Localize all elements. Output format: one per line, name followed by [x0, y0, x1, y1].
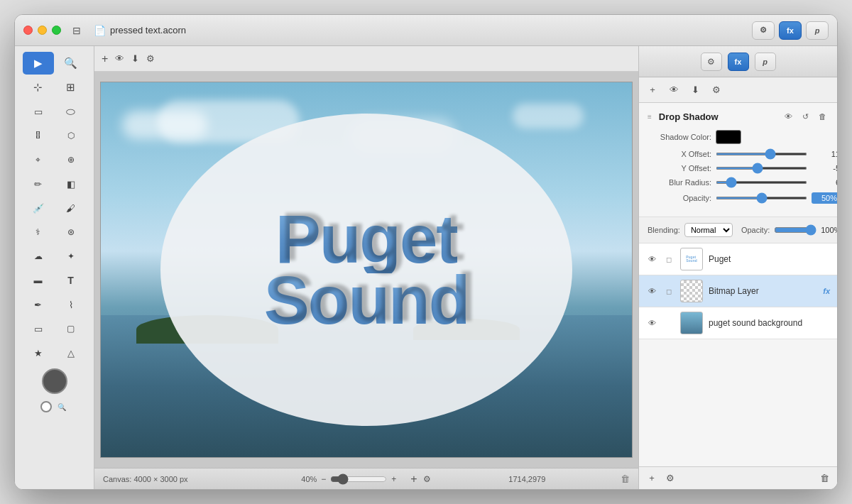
- brush-tool-btn[interactable]: ✏: [23, 172, 54, 195]
- layer-visibility-background[interactable]: 👁: [646, 317, 657, 329]
- delete-layer-bottom-btn[interactable]: 🗑: [817, 471, 831, 486]
- lasso-tool-btn[interactable]: 〿: [23, 124, 54, 147]
- layer-fx-badge: fx: [823, 287, 830, 295]
- title-bar: ⊟ 📄 pressed text.acorn ⚙ fx p: [15, 15, 837, 46]
- zoom-out-btn[interactable]: −: [321, 474, 326, 484]
- zoom-slider[interactable]: [330, 473, 387, 485]
- pen-tool-btn[interactable]: ✒: [23, 293, 54, 316]
- gear-btn[interactable]: ⚙: [423, 474, 431, 484]
- right-top-bar: ⚙ fx p: [639, 46, 837, 77]
- zoom-in-btn[interactable]: +: [391, 474, 396, 484]
- layer-settings-bottom-btn[interactable]: ⚙: [663, 471, 677, 486]
- tab-p-btn[interactable]: p: [755, 53, 776, 71]
- toolbar-p-btn[interactable]: p: [806, 21, 829, 40]
- layer-mask-background[interactable]: [663, 317, 674, 329]
- status-bar: Canvas: 4000 × 3000 px 40% − + + ⚙ 1714,…: [94, 468, 638, 489]
- toolbar-settings-btn[interactable]: ⚙: [752, 21, 775, 40]
- crop-tool-btn[interactable]: ⊹: [23, 76, 54, 99]
- visibility-toggle-btn[interactable]: 👁: [666, 82, 682, 98]
- rect-shape-btn[interactable]: ▭: [23, 317, 54, 340]
- zoom-tool-btn[interactable]: 🔍: [55, 52, 87, 75]
- layer-item-puget[interactable]: 👁 ◻ PugetSound Puget: [639, 243, 837, 275]
- right-panel: ⚙ fx p + 👁 ⬇ ⚙ ≡ Drop Shadow 👁 ↺ 🗑: [638, 46, 837, 489]
- blending-opacity-slider[interactable]: [774, 224, 816, 236]
- effect-visibility-btn[interactable]: 👁: [782, 110, 794, 123]
- shadow-color-swatch[interactable]: [716, 130, 741, 144]
- opacity-slider[interactable]: [716, 197, 807, 199]
- magic-wand-btn[interactable]: ⌖: [23, 148, 54, 171]
- zoom-minus-btn[interactable]: 🔍: [55, 400, 69, 414]
- eraser-tool-btn[interactable]: ◧: [55, 172, 87, 195]
- round-rect-btn[interactable]: ▢: [55, 317, 87, 340]
- layer-visibility-puget[interactable]: 👁: [646, 253, 657, 265]
- effect-settings-btn[interactable]: ⚙: [709, 82, 724, 98]
- visibility-btn[interactable]: 👁: [115, 53, 124, 64]
- layer-name-bitmap: Bitmap Layer: [709, 286, 817, 296]
- add-layer-btn[interactable]: +: [102, 53, 108, 65]
- close-button[interactable]: [23, 26, 33, 35]
- layer-thumb-background: [680, 312, 703, 334]
- download-btn[interactable]: ⬇: [131, 53, 139, 64]
- tab-settings-btn[interactable]: ⚙: [701, 53, 722, 71]
- y-offset-label: Y Offset:: [648, 164, 711, 172]
- layer-mask-puget[interactable]: ◻: [663, 253, 674, 265]
- layer-item-bitmap[interactable]: 👁 ◻ Bitmap Layer fx: [639, 275, 837, 307]
- path-tool-btn[interactable]: ⌇: [55, 293, 87, 316]
- opacity-value: 50%: [812, 192, 837, 204]
- maximize-button[interactable]: [52, 26, 61, 35]
- foreground-color-swatch[interactable]: [42, 368, 67, 394]
- trash-btn[interactable]: 🗑: [621, 473, 630, 484]
- star-tool-btn[interactable]: ★: [23, 341, 54, 364]
- blur-radius-label: Blur Radius:: [648, 178, 711, 187]
- effect-delete-btn[interactable]: 🗑: [816, 110, 829, 123]
- main-window: ⊟ 📄 pressed text.acorn ⚙ fx p ▶ 🔍 ⊹ ⊞ ▭ …: [14, 14, 838, 490]
- transform-tool-btn[interactable]: ⊞: [55, 76, 87, 99]
- blur-radius-value: 6: [812, 178, 837, 187]
- eyedropper-btn[interactable]: 💉: [23, 197, 54, 219]
- download-effect-btn[interactable]: ⬇: [687, 82, 703, 98]
- canvas-viewport[interactable]: Puget Sound: [94, 72, 638, 468]
- add-btn[interactable]: +: [410, 473, 417, 486]
- burn-tool-btn[interactable]: ✦: [55, 245, 87, 268]
- add-layer-bottom-btn[interactable]: +: [645, 471, 659, 486]
- poly-lasso-btn[interactable]: ⬡: [55, 124, 87, 147]
- zoom-controls: 40% − +: [301, 473, 396, 485]
- layer-item-background[interactable]: 👁 puget sound background: [639, 307, 837, 339]
- sidebar-toggle-icon[interactable]: ⊟: [70, 23, 84, 38]
- color-select-btn[interactable]: ⊕: [55, 148, 87, 171]
- y-offset-slider[interactable]: [716, 167, 807, 170]
- filename-label: pressed text.acorn: [110, 25, 186, 35]
- oval-select-btn[interactable]: ⬭: [55, 100, 87, 123]
- blur-radius-row: Blur Radius: 6: [648, 178, 829, 187]
- background-color-swatch[interactable]: [40, 401, 52, 412]
- rect-select-btn[interactable]: ▭: [23, 100, 54, 123]
- x-offset-label: X Offset:: [648, 150, 711, 158]
- layer-thumb-bitmap: [680, 280, 703, 302]
- canvas-oval: Puget Sound: [160, 114, 572, 426]
- dodge-tool-btn[interactable]: ☁: [23, 245, 54, 268]
- minimize-button[interactable]: [38, 26, 47, 35]
- effect-title: Drop Shadow: [659, 111, 777, 122]
- drag-handle: ≡: [648, 113, 652, 121]
- blending-row: Blending: Normal Multiply Screen Overlay…: [639, 217, 837, 243]
- gradient-tool-btn[interactable]: ▬: [23, 269, 54, 292]
- toolbar-fx-btn[interactable]: fx: [779, 21, 802, 40]
- blending-opacity-value: 100%: [821, 226, 837, 234]
- move-tool-btn[interactable]: ▶: [23, 52, 54, 75]
- layer-visibility-bitmap[interactable]: 👁: [646, 285, 657, 297]
- fill-tool-btn[interactable]: 🖌: [55, 197, 87, 219]
- heal-tool-btn[interactable]: ⚕: [23, 221, 54, 243]
- tab-fx-btn[interactable]: fx: [728, 53, 749, 71]
- clone-tool-btn[interactable]: ⊛: [55, 221, 87, 243]
- add-effect-btn[interactable]: +: [645, 82, 660, 98]
- arrow-tool-btn[interactable]: △: [55, 341, 87, 364]
- blending-mode-select[interactable]: Normal Multiply Screen Overlay: [684, 223, 733, 237]
- text-tool-btn[interactable]: T: [55, 269, 87, 292]
- x-offset-slider[interactable]: [716, 153, 807, 155]
- opacity-label: Opacity:: [648, 194, 711, 202]
- effect-reset-btn[interactable]: ↺: [799, 110, 812, 123]
- layer-mask-bitmap[interactable]: ◻: [663, 285, 674, 297]
- settings-btn[interactable]: ⚙: [146, 53, 155, 64]
- left-toolbar: ▶ 🔍 ⊹ ⊞ ▭ ⬭ 〿 ⬡ ⌖ ⊕ ✏ ◧: [15, 46, 94, 489]
- blur-slider[interactable]: [716, 181, 807, 184]
